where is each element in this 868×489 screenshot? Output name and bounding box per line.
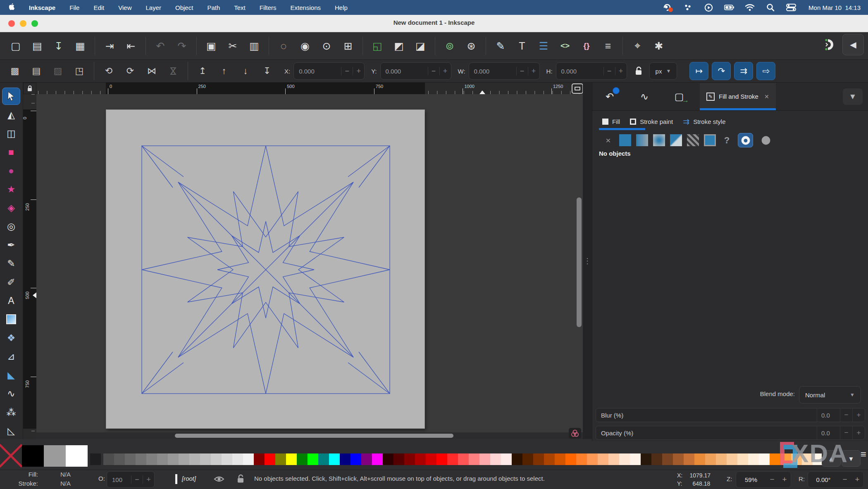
tab-fill[interactable]: Fill [602,114,620,129]
tweak-tool[interactable]: ∿ [2,385,20,402]
palette-swatch[interactable] [802,453,813,465]
rotate-cw-button[interactable]: ⟳ [121,63,139,79]
menu-help[interactable]: Help [335,4,348,11]
horizontal-ruler[interactable]: 025050075010001250 [36,83,583,94]
zoom-plus[interactable]: + [778,475,791,484]
preferences-button[interactable]: ✱ [649,36,668,55]
unknown-paint-button[interactable]: ? [721,134,733,146]
palette-swatch[interactable] [737,453,748,465]
palette-scroll-down-button[interactable]: ▼ [842,450,861,467]
rotation-spinner[interactable]: 0.00° − + [808,471,864,488]
pen-tool[interactable]: ✒ [2,236,20,254]
palette-swatch[interactable] [684,453,694,465]
decrement-button[interactable]: − [603,67,615,76]
palette-swatch[interactable] [426,453,436,465]
palette-swatch[interactable] [555,453,565,465]
palette-swatch[interactable] [340,453,351,465]
palette-swatch[interactable] [490,453,501,465]
palette-swatch[interactable] [651,453,662,465]
tab-stroke-style[interactable]: ⇉ Stroke style [683,114,725,129]
tab-stroke-paint[interactable]: Stroke paint [630,114,673,129]
opacity-minus[interactable]: − [131,475,143,484]
palette-swatch[interactable] [791,453,802,465]
object-properties-button[interactable]: {} [577,36,596,55]
zoom-selection-button[interactable]: ◌ [274,36,293,55]
blend-mode-dropdown[interactable]: Normal ▼ [799,386,861,404]
menu-path[interactable]: Path [207,4,220,11]
open-document-button[interactable]: ▤ [28,36,47,55]
blur-slider[interactable]: Blur (%) 0.0 − + [596,408,865,422]
layer-visibility-eye-icon[interactable] [213,474,225,484]
undo-history-tab[interactable]: ↶ [592,83,627,110]
find-replace-button[interactable]: ⌖ [628,36,647,55]
palette-swatch[interactable] [780,453,791,465]
palette-swatch[interactable] [598,453,608,465]
palette-swatch[interactable] [748,453,759,465]
palette-swatch[interactable] [544,453,555,465]
rotate-ccw-button[interactable]: ⟲ [100,63,118,79]
palette-swatch[interactable] [254,453,265,465]
scale-corners-toggle[interactable]: ↷ [712,62,731,80]
text-tool[interactable]: A [2,292,20,309]
scale-patterns-toggle[interactable]: ⇨ [756,62,775,80]
rotation-plus[interactable]: + [851,475,863,484]
palette-swatch[interactable] [533,453,544,465]
text-dialog-button[interactable]: T [513,36,532,55]
fill-rule-even-odd-button[interactable] [738,133,753,147]
paste-button[interactable]: ▥ [245,36,264,55]
palette-menu-icon[interactable]: ≡ [861,449,866,460]
zoom-page-button[interactable]: ⊙ [317,36,336,55]
export-document-button[interactable]: ⇤ [122,36,141,55]
palette-swatch[interactable] [662,453,673,465]
palette-swatch[interactable] [200,453,211,465]
eraser-tool[interactable]: ◺ [2,422,20,439]
palette-swatch[interactable] [265,453,275,465]
palette-swatch[interactable] [114,453,125,465]
menu-extensions[interactable]: Extensions [291,4,321,11]
ungroup-button[interactable]: ⊛ [462,36,481,55]
color-managed-display-icon[interactable] [569,428,581,439]
swatch-white[interactable] [66,445,88,467]
radial-gradient-button[interactable] [653,134,665,146]
menu-inkscape[interactable]: Inkscape [29,4,55,11]
node-tool[interactable]: ◭ [2,106,20,123]
palette-swatch[interactable] [232,453,243,465]
palette-swatch[interactable] [447,453,458,465]
palette-swatch[interactable] [179,453,189,465]
create-clone-button[interactable]: ◩ [389,36,408,55]
palette-swatch[interactable] [125,453,136,465]
palette-swatch[interactable] [383,453,393,465]
palette-swatch[interactable] [587,453,598,465]
current-layer-label[interactable]: [root] [182,475,196,482]
y-field[interactable]: 0.000−+ [380,62,451,80]
no-paint-button[interactable]: × [602,134,614,146]
palette-lead-swatch[interactable] [90,453,101,465]
paint-bucket-tool[interactable]: ◣ [2,366,20,384]
increment-button[interactable]: + [353,67,364,76]
palette-swatch[interactable] [479,453,490,465]
flat-color-button[interactable] [619,134,631,146]
palette-swatch[interactable] [501,453,512,465]
palette-swatch[interactable] [308,453,318,465]
wifi-icon[interactable] [745,3,755,12]
new-document-button[interactable]: ▢ [6,36,25,55]
dock-collapse-chevron[interactable]: ▼ [843,88,863,105]
palette-swatch[interactable] [318,453,329,465]
shape-builder-tool[interactable]: ◫ [2,125,20,142]
selector-tool[interactable] [2,88,20,105]
menu-layer[interactable]: Layer [146,4,162,11]
zoom-drawing-button[interactable]: ◉ [296,36,315,55]
horizontal-scrollbar[interactable] [36,432,583,439]
raise-to-top-button[interactable]: ↥ [193,63,212,79]
battery-icon[interactable] [724,3,734,12]
menu-text[interactable]: Text [234,4,246,11]
export-tab[interactable]: ▢ → [662,83,696,110]
menu-filters[interactable]: Filters [260,4,277,11]
search-icon[interactable] [765,3,775,12]
palette-swatch[interactable] [619,453,630,465]
palette-swatch[interactable] [157,453,168,465]
palette-swatch[interactable] [565,453,576,465]
palette-swatch[interactable] [694,453,705,465]
increment-button[interactable]: + [528,67,539,76]
increment-button[interactable]: + [439,67,451,76]
